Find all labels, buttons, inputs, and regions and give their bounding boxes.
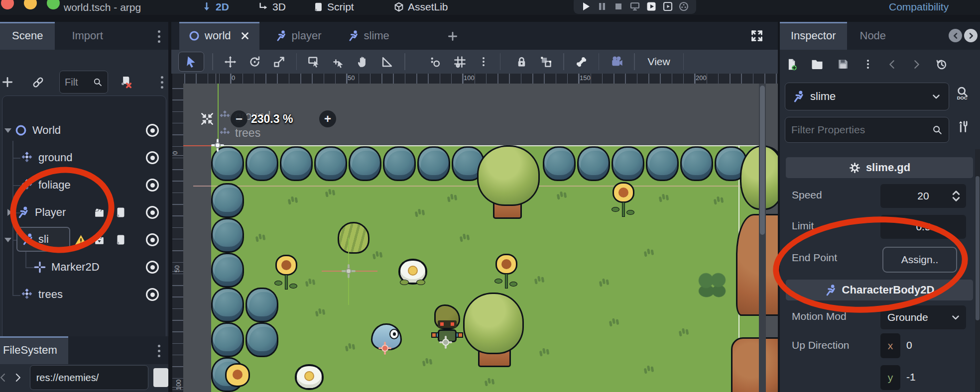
tab-script[interactable]: Script [313, 1, 354, 13]
tree-row-marker2d[interactable]: Marker2D [2, 256, 165, 278]
tree-row-ground[interactable]: ground [2, 147, 165, 169]
group-node-button[interactable] [534, 55, 558, 69]
value-stepper-icon[interactable] [949, 188, 963, 204]
file-thumbnail[interactable] [153, 368, 168, 387]
rename-input[interactable]: sli [16, 227, 70, 252]
center-view-icon[interactable] [200, 111, 215, 126]
canvas-vertical-scrollbar[interactable] [759, 84, 766, 392]
pan-tool-button[interactable] [351, 55, 375, 69]
dock-right-button[interactable] [964, 29, 978, 42]
scene-toolbar-menu-icon[interactable] [160, 75, 163, 90]
tab-3d[interactable]: 3D [258, 1, 286, 13]
filesystem-path-field[interactable]: res://enemies/ [30, 365, 149, 390]
close-window-button[interactable] [1, 0, 14, 9]
maximize-window-button[interactable] [47, 0, 60, 9]
scene-tab-slime[interactable]: slime [338, 22, 399, 50]
edited-object-dropdown[interactable]: slime [785, 83, 949, 110]
open-docs-icon[interactable]: DOC [955, 86, 970, 100]
zoom-level[interactable]: 230.3 % [251, 112, 293, 126]
scene-tab-world[interactable]: world [179, 22, 259, 50]
smart-snap-button[interactable] [423, 55, 448, 69]
play-scene-button[interactable] [645, 0, 657, 12]
speed-value-field[interactable]: 20 [880, 184, 966, 208]
move-selection-button[interactable] [326, 55, 351, 69]
back-chevron-icon[interactable] [0, 372, 9, 384]
tree-row-slime-renaming[interactable]: sli [2, 229, 165, 251]
history-clock-icon[interactable] [935, 58, 948, 71]
movie-mode-icon[interactable] [678, 0, 690, 12]
visibility-eye-icon[interactable] [146, 288, 159, 301]
dock-left-button[interactable] [949, 29, 962, 42]
warning-icon[interactable] [74, 233, 88, 247]
visibility-eye-icon[interactable] [146, 233, 159, 246]
play-button[interactable] [580, 0, 592, 12]
tree-row-foliage[interactable]: foliage [2, 174, 165, 196]
scene-tab-player[interactable]: player [265, 22, 332, 50]
lock-node-button[interactable] [509, 55, 534, 69]
snap-options-menu[interactable] [472, 56, 495, 68]
collapse-arrow-icon[interactable] [4, 238, 11, 242]
collapse-arrow-icon[interactable] [4, 128, 11, 133]
remote-debug-icon[interactable] [629, 0, 641, 12]
add-node-button[interactable] [0, 76, 19, 89]
zoom-out-button[interactable]: − [231, 110, 247, 127]
zoom-in-button[interactable]: + [319, 110, 336, 127]
stop-button[interactable] [612, 0, 624, 12]
scale-tool-button[interactable] [267, 55, 291, 69]
scene-filter-input[interactable]: Filt [59, 71, 108, 94]
scene-tab-menu-icon[interactable] [157, 29, 160, 44]
overlay-node-trees[interactable]: trees [219, 126, 260, 140]
motion-mode-dropdown[interactable]: Grounde [880, 305, 966, 329]
new-resource-icon[interactable] [785, 58, 798, 71]
visibility-eye-icon[interactable] [146, 261, 159, 274]
pause-button[interactable] [596, 0, 608, 12]
limit-value-field[interactable]: 0.5 [880, 215, 966, 239]
onion-skinning-button[interactable] [604, 55, 629, 69]
section-header-script[interactable]: slime.gd [786, 157, 973, 178]
rotate-tool-button[interactable] [243, 55, 267, 69]
tab-inspector[interactable]: Inspector [780, 22, 847, 50]
script-icon[interactable] [115, 206, 126, 219]
skeleton-options-button[interactable] [569, 55, 594, 69]
script-icon[interactable] [115, 233, 126, 246]
tab-node[interactable]: Node [847, 22, 899, 50]
expand-arrow-icon[interactable] [7, 209, 12, 216]
x-component-value[interactable]: 0 [906, 339, 912, 351]
save-icon[interactable] [836, 57, 850, 71]
clapper-down-icon[interactable] [93, 234, 106, 246]
visibility-eye-icon[interactable] [146, 179, 159, 192]
detach-script-button[interactable] [108, 75, 138, 89]
minimize-window-button[interactable] [24, 0, 37, 9]
endpoint-options-dots-icon[interactable] [963, 252, 966, 269]
close-icon[interactable] [240, 30, 250, 41]
filter-properties-input[interactable]: Filter Properties [785, 117, 949, 143]
assign-endpoint-button[interactable]: Assign.. [882, 247, 957, 273]
tree-row-trees[interactable]: trees [2, 284, 165, 305]
y-component-value[interactable]: -1 [906, 371, 916, 383]
play-custom-scene-button[interactable] [662, 0, 674, 12]
select-tool-button[interactable] [178, 52, 204, 72]
move-tool-button[interactable] [218, 55, 243, 69]
grid-snap-button[interactable] [448, 55, 472, 69]
tab-2d[interactable]: 2D [201, 1, 229, 13]
2d-canvas[interactable]: 0 50 100 150 200 0 50 100 [172, 74, 778, 392]
list-select-tool-button[interactable] [302, 55, 326, 69]
view-menu[interactable]: View [640, 56, 678, 68]
extra-resources-tools-icon[interactable] [956, 119, 970, 133]
canvas-world[interactable]: ground trees − 230.3 % + [183, 84, 778, 392]
expand-viewport-icon[interactable] [750, 29, 764, 43]
visibility-eye-icon[interactable] [146, 206, 159, 219]
tab-import[interactable]: Import [55, 22, 120, 50]
visibility-eye-icon[interactable] [146, 124, 159, 137]
instance-scene-button[interactable] [19, 76, 50, 89]
visibility-eye-icon[interactable] [146, 151, 159, 164]
filesystem-menu-icon[interactable] [157, 343, 160, 358]
renderer-selector[interactable]: Compatibility [889, 1, 949, 13]
tree-row-world[interactable]: World [2, 119, 165, 141]
history-forward-icon[interactable] [910, 58, 923, 71]
tree-row-player[interactable]: Player [2, 201, 165, 223]
clapper-icon[interactable] [93, 206, 106, 219]
load-resource-folder-icon[interactable] [810, 57, 824, 71]
section-header-characterbody2d[interactable]: CharacterBody2D [786, 280, 973, 300]
tab-filesystem[interactable]: FileSystem [0, 336, 68, 364]
